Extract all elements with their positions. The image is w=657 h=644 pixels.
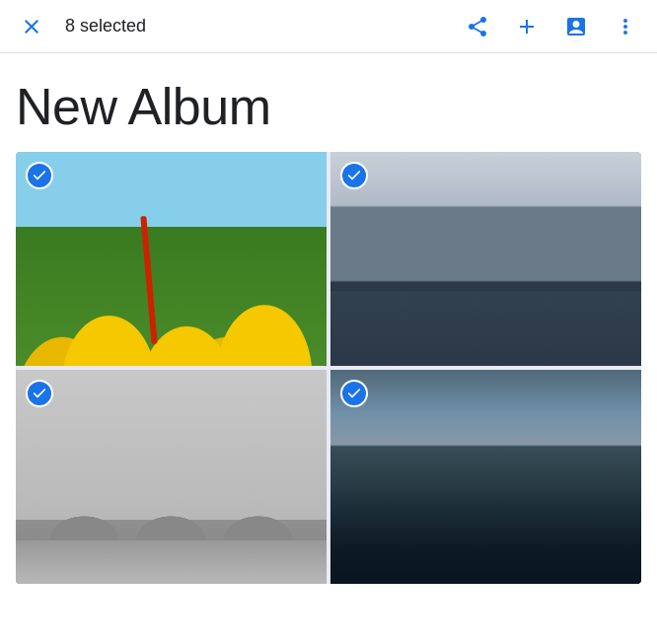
more-button[interactable] (610, 11, 641, 42)
main-content: New Album (0, 53, 657, 600)
check-badge-4 (340, 380, 368, 407)
save-button[interactable] (560, 11, 592, 42)
album-title: New Album (16, 77, 641, 136)
check-badge-3 (26, 380, 53, 407)
check-badge-1 (26, 162, 53, 189)
checkmark-icon-4 (346, 386, 362, 401)
add-button[interactable] (511, 11, 543, 42)
add-icon (515, 15, 539, 38)
photo-cell-concrete[interactable] (16, 370, 327, 584)
photo-cell-tulips[interactable] (16, 152, 327, 366)
check-badge-2 (340, 162, 368, 189)
close-icon (20, 15, 43, 38)
checkmark-icon-1 (32, 168, 47, 183)
save-icon (564, 15, 588, 38)
photo-cell-amsterdam[interactable] (330, 152, 641, 366)
photo-grid (16, 152, 641, 584)
checkmark-icon-3 (32, 386, 47, 401)
selected-count-label: 8 selected (65, 16, 146, 36)
topbar: 8 selected (0, 0, 657, 53)
more-icon (614, 15, 637, 38)
topbar-right (462, 11, 641, 42)
photo-cell-mountains[interactable] (330, 370, 641, 584)
topbar-left: 8 selected (16, 11, 146, 42)
checkmark-icon-2 (346, 168, 362, 183)
share-button[interactable] (462, 11, 493, 42)
share-icon (466, 15, 489, 38)
close-button[interactable] (16, 11, 47, 42)
